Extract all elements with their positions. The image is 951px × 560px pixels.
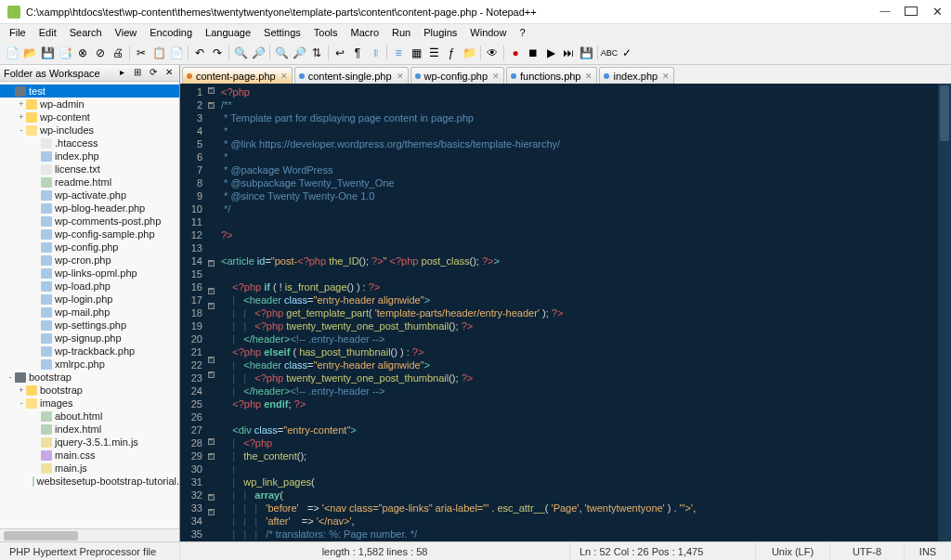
save-macro-icon[interactable]: 💾 — [578, 45, 594, 61]
replace-icon[interactable]: 🔎 — [250, 45, 267, 61]
sync-v-icon[interactable]: ⇅ — [308, 45, 325, 61]
tab[interactable]: content-single.php✕ — [294, 67, 409, 84]
maximize-button[interactable] — [905, 5, 918, 19]
menu-edit[interactable]: Edit — [33, 26, 62, 39]
save-icon[interactable]: 💾 — [39, 45, 56, 61]
minimize-button[interactable]: — — [879, 5, 892, 19]
menu-macro[interactable]: Macro — [345, 26, 384, 39]
menu-search[interactable]: Search — [64, 26, 108, 39]
folder-workspace-icon[interactable]: 📁 — [461, 45, 477, 61]
fold-column[interactable] — [206, 84, 215, 541]
zoom-out-icon[interactable]: 🔎 — [291, 45, 307, 61]
file-tree[interactable]: -test+wp-admin+wp-content-wp-includes.ht… — [0, 82, 179, 528]
editor-vscroll[interactable] — [938, 84, 951, 541]
doc-list-icon[interactable]: ☰ — [425, 45, 442, 61]
spellcheck2-icon[interactable]: ✓ — [619, 45, 635, 61]
sidebar-close-icon[interactable]: ✕ — [163, 67, 176, 80]
undo-icon[interactable]: ↶ — [191, 45, 208, 61]
tab[interactable]: functions.php✕ — [506, 67, 597, 84]
tree-item[interactable]: +wp-admin — [0, 98, 179, 111]
play-multi-icon[interactable]: ⏭ — [560, 45, 577, 61]
paste-icon[interactable]: 📄 — [168, 45, 185, 61]
tree-item[interactable]: wp-links-opml.php — [0, 267, 179, 280]
tree-item[interactable]: wp-blog-header.php — [0, 202, 179, 215]
sidebar-collapse-icon[interactable]: ▸ — [115, 67, 128, 80]
zoom-in-icon[interactable]: 🔍 — [273, 45, 290, 61]
tree-item[interactable]: -wp-includes — [0, 124, 179, 137]
menu-window[interactable]: Window — [464, 26, 512, 39]
menu-?[interactable]: ? — [514, 26, 530, 39]
tree-item[interactable]: websitesetup-bootstrap-tutorial. — [0, 475, 179, 488]
tab[interactable]: wp-config.php✕ — [410, 67, 505, 84]
tree-item[interactable]: license.txt — [0, 163, 179, 176]
copy-icon[interactable]: 📋 — [150, 45, 167, 61]
menu-tools[interactable]: Tools — [308, 26, 344, 39]
menu-run[interactable]: Run — [386, 26, 416, 39]
record-icon[interactable]: ● — [507, 45, 524, 61]
menu-encoding[interactable]: Encoding — [144, 26, 198, 39]
find-icon[interactable]: 🔍 — [232, 45, 249, 61]
tab-close-icon[interactable]: ✕ — [492, 72, 500, 81]
tab[interactable]: index.php✕ — [599, 67, 674, 84]
tab-close-icon[interactable]: ✕ — [585, 72, 593, 81]
source-text[interactable]: <?php/** * Template part for displaying … — [215, 84, 938, 541]
tree-item[interactable]: readme.html — [0, 176, 179, 189]
monitor-icon[interactable]: 👁 — [484, 45, 501, 61]
tree-item[interactable]: .htaccess — [0, 137, 179, 150]
show-all-icon[interactable]: ¶ — [349, 45, 366, 61]
menu-settings[interactable]: Settings — [258, 26, 306, 39]
menu-file[interactable]: File — [4, 26, 32, 39]
tree-item[interactable]: jquery-3.5.1.min.js — [0, 436, 179, 449]
tree-item[interactable]: wp-cron.php — [0, 254, 179, 267]
cut-icon[interactable]: ✂ — [133, 45, 150, 61]
play-icon[interactable]: ▶ — [542, 45, 559, 61]
spellcheck-icon[interactable]: ABC — [601, 45, 618, 61]
close-all-icon[interactable]: ⊘ — [92, 45, 109, 61]
redo-icon[interactable]: ↷ — [209, 45, 226, 61]
tab-close-icon[interactable]: ✕ — [662, 72, 670, 81]
tree-item[interactable]: index.php — [0, 150, 179, 163]
close-file-icon[interactable]: ⊗ — [74, 45, 91, 61]
close-button[interactable]: ✕ — [931, 5, 944, 19]
tree-item[interactable]: main.js — [0, 462, 179, 475]
stop-icon[interactable]: ⏹ — [525, 45, 541, 61]
tab[interactable]: content-page.php✕ — [182, 67, 293, 84]
tree-item[interactable]: +wp-content — [0, 111, 179, 124]
tree-item[interactable]: wp-mail.php — [0, 306, 179, 319]
open-icon[interactable]: 📂 — [21, 45, 38, 61]
tree-item[interactable]: xmlrpc.php — [0, 358, 179, 371]
udl-icon[interactable]: ≡ — [390, 45, 407, 61]
tree-item[interactable]: wp-activate.php — [0, 189, 179, 202]
tree-item[interactable]: wp-comments-post.php — [0, 215, 179, 228]
code-editor[interactable]: 1234567891011121314151617181920212223242… — [180, 84, 951, 541]
tree-item[interactable]: -images — [0, 397, 179, 410]
sidebar-hscroll[interactable] — [0, 528, 179, 541]
tree-item[interactable]: wp-trackback.php — [0, 345, 179, 358]
tree-item[interactable]: about.html — [0, 410, 179, 423]
tree-item[interactable]: wp-config-sample.php — [0, 228, 179, 241]
wordwrap-icon[interactable]: ↩ — [332, 45, 348, 61]
func-list-icon[interactable]: ƒ — [443, 45, 460, 61]
tree-item[interactable]: wp-load.php — [0, 280, 179, 293]
tree-item[interactable]: main.css — [0, 449, 179, 462]
tree-item[interactable]: +bootstrap — [0, 384, 179, 397]
print-icon[interactable]: 🖨 — [110, 45, 126, 61]
tree-item[interactable]: wp-signup.php — [0, 332, 179, 345]
menu-view[interactable]: View — [110, 26, 143, 39]
tree-item[interactable]: -bootstrap — [0, 371, 179, 384]
tree-item[interactable]: wp-config.php — [0, 241, 179, 254]
indent-guide-icon[interactable]: ⫴ — [367, 45, 384, 61]
tab-close-icon[interactable]: ✕ — [280, 72, 288, 81]
sidebar-expand-icon[interactable]: ⊞ — [131, 67, 144, 80]
sidebar-refresh-icon[interactable]: ⟳ — [147, 67, 160, 80]
doc-map-icon[interactable]: ▦ — [408, 45, 424, 61]
tree-item[interactable]: index.html — [0, 423, 179, 436]
tree-item[interactable]: wp-settings.php — [0, 319, 179, 332]
menu-plugins[interactable]: Plugins — [418, 26, 462, 39]
tab-close-icon[interactable]: ✕ — [397, 72, 404, 81]
save-all-icon[interactable]: 📑 — [57, 45, 73, 61]
tree-item[interactable]: wp-login.php — [0, 293, 179, 306]
new-icon[interactable]: 📄 — [4, 45, 20, 61]
menu-language[interactable]: Language — [200, 26, 256, 39]
tree-item[interactable]: -test — [0, 85, 179, 98]
